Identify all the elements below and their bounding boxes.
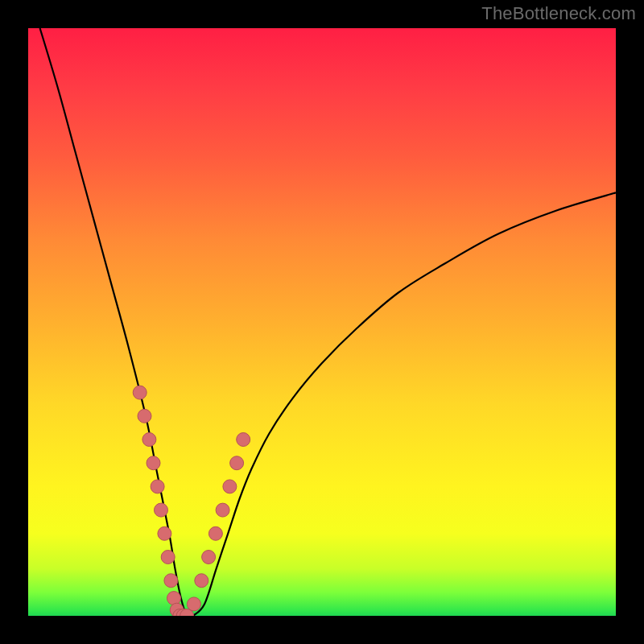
watermark-text: TheBottleneck.com — [481, 3, 636, 24]
highlight-dot — [216, 503, 229, 517]
highlight-dot — [158, 526, 171, 540]
highlight-dot — [187, 597, 200, 611]
highlight-dot — [155, 503, 168, 517]
highlight-dot — [142, 433, 156, 447]
highlight-dot — [133, 386, 147, 399]
highlight-dots-group — [133, 386, 250, 616]
highlight-dot — [138, 409, 151, 423]
highlight-dot — [202, 551, 216, 564]
highlight-dot — [147, 456, 160, 470]
highlight-dot — [208, 526, 222, 540]
outer-frame: TheBottleneck.com — [0, 0, 644, 644]
highlight-dot — [164, 574, 178, 588]
plot-area — [28, 28, 616, 616]
highlight-dot — [161, 551, 175, 564]
highlight-dot — [237, 433, 250, 447]
bottleneck-curve-svg — [28, 28, 616, 616]
highlight-dot — [230, 456, 244, 470]
bottleneck-curve-path — [40, 28, 616, 616]
highlight-dot — [195, 574, 208, 588]
highlight-dot — [223, 480, 237, 493]
highlight-dot — [151, 480, 164, 493]
